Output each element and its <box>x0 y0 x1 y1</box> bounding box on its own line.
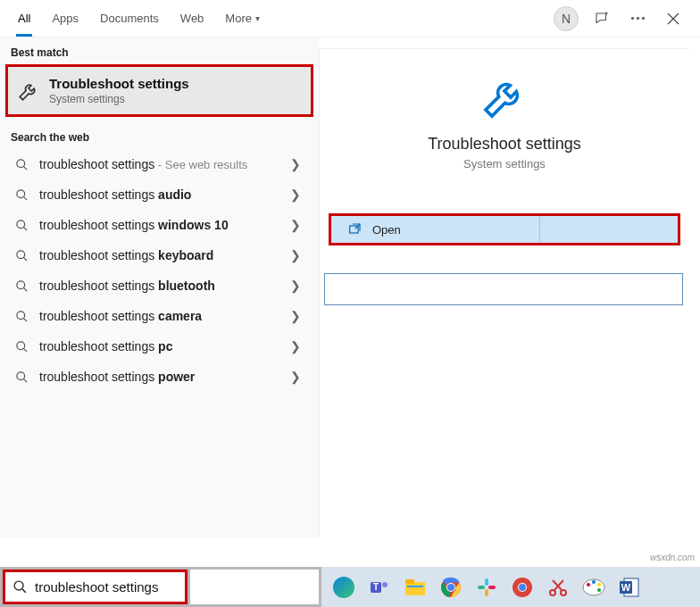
taskbar-chrome-icon[interactable] <box>438 574 464 601</box>
detail-title: Troubleshoot settings <box>330 135 679 154</box>
web-result-row[interactable]: troubleshoot settings windows 10❯ <box>0 210 319 240</box>
svg-text:W: W <box>621 582 631 593</box>
search-icon <box>12 579 28 595</box>
chevron-right-icon[interactable]: ❯ <box>285 157 306 171</box>
svg-point-29 <box>587 583 590 586</box>
svg-point-5 <box>16 311 24 319</box>
web-result-row[interactable]: troubleshoot settings keyboard❯ <box>0 240 319 270</box>
user-avatar[interactable]: N <box>554 6 579 31</box>
bottom-bar: T W <box>0 567 700 607</box>
svg-rect-20 <box>478 586 485 589</box>
search-side-blank <box>190 570 319 604</box>
result-detail-panel: Troubleshoot settings System settings Op… <box>319 48 689 537</box>
taskbar-edge-icon[interactable] <box>330 574 357 601</box>
chevron-right-icon[interactable]: ❯ <box>285 248 306 262</box>
taskbar-snip-icon[interactable] <box>545 574 571 601</box>
taskbar: T W <box>321 567 700 607</box>
svg-point-4 <box>16 280 24 288</box>
tab-web[interactable]: Web <box>170 0 215 37</box>
open-icon <box>347 222 362 237</box>
open-button[interactable]: Open <box>331 216 539 243</box>
more-options-button[interactable] <box>625 6 650 31</box>
chevron-down-icon: ▾ <box>255 13 260 23</box>
search-icon <box>12 158 30 171</box>
svg-point-2 <box>16 220 24 228</box>
best-match-subtitle: System settings <box>49 93 189 105</box>
search-icon <box>12 310 30 323</box>
chevron-right-icon[interactable]: ❯ <box>285 370 306 384</box>
svg-point-3 <box>16 250 24 258</box>
search-icon <box>12 219 30 232</box>
taskbar-paint-icon[interactable] <box>580 574 607 601</box>
search-input[interactable] <box>35 579 178 595</box>
svg-rect-19 <box>485 578 488 586</box>
svg-point-25 <box>519 584 526 591</box>
svg-point-12 <box>382 582 388 587</box>
web-result-label: troubleshoot settings power <box>39 370 285 384</box>
open-label: Open <box>372 223 401 237</box>
search-icon <box>12 340 30 353</box>
svg-rect-13 <box>405 582 425 595</box>
taskbar-chrome-2-icon[interactable] <box>509 574 536 601</box>
svg-text:T: T <box>373 582 379 592</box>
close-icon <box>667 12 679 25</box>
svg-rect-15 <box>407 586 423 587</box>
svg-point-7 <box>16 371 24 379</box>
tab-apps[interactable]: Apps <box>41 0 89 37</box>
tab-documents[interactable]: Documents <box>89 0 170 37</box>
taskbar-slack-icon[interactable] <box>473 574 500 601</box>
tab-more-label: More <box>225 12 252 25</box>
web-result-label: troubleshoot settings - See web results <box>39 157 285 171</box>
feedback-icon[interactable] <box>589 6 614 31</box>
web-result-row[interactable]: troubleshoot settings bluetooth❯ <box>0 270 319 301</box>
tab-more[interactable]: More▾ <box>214 0 271 37</box>
taskbar-explorer-icon[interactable] <box>402 574 429 601</box>
search-wrap <box>0 567 321 607</box>
web-result-label: troubleshoot settings audio <box>39 187 285 202</box>
chevron-right-icon[interactable]: ❯ <box>285 279 306 293</box>
svg-point-30 <box>592 580 596 584</box>
web-results-list: troubleshoot settings - See web results❯… <box>0 149 319 392</box>
web-result-row[interactable]: troubleshoot settings power❯ <box>0 362 319 392</box>
svg-point-0 <box>16 159 24 167</box>
web-result-label: troubleshoot settings windows 10 <box>39 218 285 232</box>
search-box[interactable] <box>3 570 188 604</box>
chevron-right-icon[interactable]: ❯ <box>285 218 306 232</box>
svg-point-18 <box>447 584 454 591</box>
taskbar-word-icon[interactable]: W <box>616 574 643 601</box>
top-bar: All Apps Documents Web More▾ N <box>0 0 700 37</box>
watermark-text: wsxdn.com <box>650 553 695 562</box>
best-match-title: Troubleshoot settings <box>49 76 189 91</box>
best-match-result[interactable]: Troubleshoot settings System settings <box>5 64 313 117</box>
search-scope-tabs: All Apps Documents Web More▾ <box>7 0 271 37</box>
search-icon <box>12 249 30 262</box>
wrench-icon <box>478 71 531 124</box>
svg-point-1 <box>16 189 24 197</box>
web-result-row[interactable]: troubleshoot settings - See web results❯ <box>0 149 319 179</box>
svg-point-6 <box>16 341 24 349</box>
web-result-row[interactable]: troubleshoot settings audio❯ <box>0 179 319 210</box>
action-blank[interactable] <box>540 216 678 243</box>
svg-rect-14 <box>405 579 414 584</box>
web-result-row[interactable]: troubleshoot settings camera❯ <box>0 301 319 331</box>
search-icon <box>12 279 30 293</box>
detail-subtitle: System settings <box>330 157 679 170</box>
search-icon <box>12 188 30 202</box>
chevron-right-icon[interactable]: ❯ <box>285 187 306 202</box>
web-result-label: troubleshoot settings camera <box>39 309 285 323</box>
section-header-search-web: Search the web <box>0 122 319 149</box>
web-result-row[interactable]: troubleshoot settings pc❯ <box>0 331 319 362</box>
web-result-label: troubleshoot settings keyboard <box>39 248 285 262</box>
ellipsis-icon <box>631 17 645 20</box>
web-result-label: troubleshoot settings pc <box>39 339 285 353</box>
chevron-right-icon[interactable]: ❯ <box>285 339 306 353</box>
svg-point-32 <box>597 588 601 592</box>
web-result-label: troubleshoot settings bluetooth <box>39 279 285 293</box>
close-button[interactable] <box>661 6 686 31</box>
selection-border <box>324 273 683 305</box>
tab-all[interactable]: All <box>7 0 41 37</box>
taskbar-teams-icon[interactable]: T <box>366 574 393 601</box>
svg-rect-21 <box>485 589 488 596</box>
chevron-right-icon[interactable]: ❯ <box>285 309 306 323</box>
svg-rect-22 <box>488 586 496 589</box>
